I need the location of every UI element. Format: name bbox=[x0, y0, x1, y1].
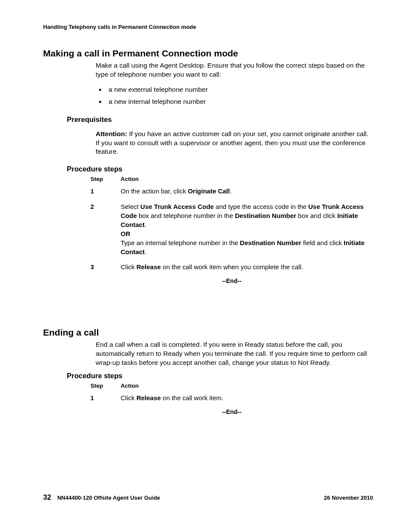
section1-intro-block: Make a call using the Agent Desktop. Ens… bbox=[96, 61, 373, 108]
step-action: Click Release on the call work item when… bbox=[121, 262, 373, 271]
section1-title: Making a call in Permanent Connection mo… bbox=[43, 48, 373, 59]
attention-body: If you have an active customer call on y… bbox=[96, 130, 368, 156]
page-number: 32 bbox=[43, 493, 51, 502]
step-action: On the action bar, click Originate Call. bbox=[121, 187, 373, 196]
steps-table-2: Step Action 1 Click Release on the call … bbox=[90, 383, 373, 415]
attention-text: Attention: If you have an active custome… bbox=[96, 130, 373, 157]
section1-bullets: a new external telephone number a new in… bbox=[96, 84, 373, 108]
step-number: 1 bbox=[90, 187, 121, 196]
attention-block: Attention: If you have an active custome… bbox=[96, 130, 373, 157]
footer-date: 26 November 2010 bbox=[324, 495, 373, 501]
footer: 32 NN44400-120 Offsite Agent User Guide … bbox=[43, 493, 373, 502]
procedure-steps-heading-1: Procedure steps bbox=[67, 165, 373, 173]
prerequisites-heading: Prerequisites bbox=[67, 115, 373, 124]
section2-intro-block: End a call when a call is completed. If … bbox=[96, 340, 373, 367]
steps-header-1: Step Action bbox=[90, 176, 373, 182]
col-action: Action bbox=[121, 383, 139, 389]
section1-intro: Make a call using the Agent Desktop. Ens… bbox=[96, 61, 373, 79]
page: Handling Telephony calls in Permanent Co… bbox=[0, 0, 411, 532]
table-row: 1 Click Release on the call work item. bbox=[90, 393, 373, 402]
attention-label: Attention: bbox=[96, 130, 127, 137]
step-number: 1 bbox=[90, 393, 121, 402]
table-row: 1 On the action bar, click Originate Cal… bbox=[90, 187, 373, 196]
section2-intro: End a call when a call is completed. If … bbox=[96, 340, 373, 367]
step-number: 2 bbox=[90, 202, 121, 211]
procedure-steps-heading-2: Procedure steps bbox=[67, 372, 373, 380]
col-step: Step bbox=[90, 176, 121, 182]
footer-doc-title: NN44400-120 Offsite Agent User Guide bbox=[57, 495, 160, 501]
end-marker-1: --End-- bbox=[90, 277, 373, 284]
table-row: 2 Select Use Trunk Access Code and type … bbox=[90, 202, 373, 256]
running-header: Handling Telephony calls in Permanent Co… bbox=[43, 24, 373, 30]
step-action: Click Release on the call work item. bbox=[121, 393, 373, 402]
col-action: Action bbox=[121, 176, 139, 182]
col-step: Step bbox=[90, 383, 121, 389]
section2-title: Ending a call bbox=[43, 327, 373, 338]
steps-header-2: Step Action bbox=[90, 383, 373, 389]
steps-table-1: Step Action 1 On the action bar, click O… bbox=[90, 176, 373, 284]
bullet-2: a new internal telephone number bbox=[106, 96, 373, 108]
step-number: 3 bbox=[90, 262, 121, 271]
bullet-1: a new external telephone number bbox=[106, 84, 373, 96]
step-action: Select Use Trunk Access Code and type th… bbox=[121, 202, 373, 256]
end-marker-2: --End-- bbox=[90, 408, 373, 415]
table-row: 3 Click Release on the call work item wh… bbox=[90, 262, 373, 271]
